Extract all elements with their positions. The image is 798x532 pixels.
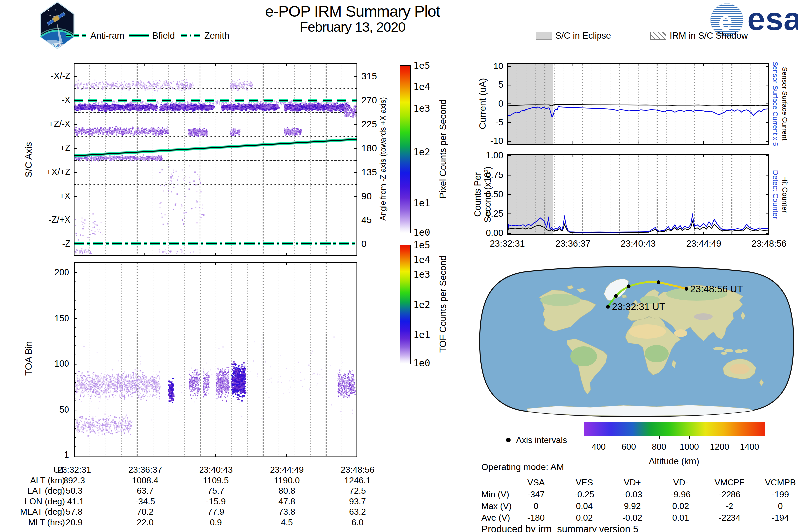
tick-label: -Z [31, 239, 71, 249]
tick-label: 50 [42, 405, 69, 415]
tick-label: 23:32:31 UT [612, 301, 665, 312]
tick-label: 1e1 [413, 198, 430, 209]
footer-cell: 22.0 [110, 517, 180, 528]
eclipse-swatch-icon [536, 32, 552, 40]
tick-label: 150 [42, 313, 69, 324]
operating-mode-label: Operating mode: AM [481, 462, 564, 473]
cassiope-mission-patch-icon: CASSIOPE [39, 1, 76, 50]
voltage-cell: 0.02 [657, 501, 705, 511]
footer-cell: 23:44:49 [251, 465, 322, 475]
sc-axis-spectrogram-plot [74, 63, 358, 256]
page-date: February 13, 2020 [186, 19, 519, 35]
shadow-hatch-swatch-icon [650, 32, 666, 40]
tick-label: 0.25 [472, 209, 504, 219]
toa-bin-ylabel: TOA Bin [23, 341, 34, 376]
tick-label: 23:48:56 [742, 239, 796, 249]
tick-label: +X/+Z [31, 167, 71, 177]
voltage-cell: 0 [512, 501, 560, 511]
voltage-cell: 9.92 [608, 501, 657, 511]
voltage-cell: -2286 [705, 490, 754, 500]
esa-logo-text: esa [747, 1, 798, 37]
axis-intervals-label: Axis intervals [516, 435, 567, 445]
altitude-tick-mark [598, 436, 599, 439]
sensor-current-side-label: Sensor Surface Current [781, 67, 789, 141]
tick-label: 180 [361, 143, 377, 154]
toa-bin-spectrogram-plot [74, 262, 358, 457]
voltage-col-header: VSA [512, 477, 560, 488]
tick-label: 23:40:43 [612, 239, 665, 249]
tick-label: 800 [646, 441, 672, 452]
footer-cell: 93.7 [322, 496, 393, 507]
footer-cell: 4.5 [251, 517, 322, 528]
page-title: e-POP IRM Summary Plot [186, 2, 519, 20]
altitude-tick-mark [750, 436, 750, 439]
tick-label: 23:36:37 [546, 239, 600, 249]
tof-counts-cbar-label: TOF Counts per Second [438, 256, 448, 353]
tick-label: 1200 [706, 441, 733, 452]
tick-label: 1e2 [413, 299, 430, 310]
footer-cell: 75.7 [180, 486, 251, 496]
axis-interval-dot-icon [506, 438, 511, 442]
angle-axis-label: Angle from -Z axis (towards +X axis) [379, 97, 388, 221]
legend-anti-ram-label: Anti-ram [91, 31, 125, 41]
footer-cell: 1008.4 [110, 475, 180, 486]
footer-cell: -15.9 [180, 496, 251, 507]
footer-cell: 63.7 [110, 486, 180, 496]
tick-label: -Z/+X [31, 215, 71, 225]
footer-cell: 50.3 [39, 486, 110, 496]
altitude-tick-mark [659, 436, 660, 439]
footer-cell: 47.8 [251, 496, 322, 507]
tick-label: 1e1 [413, 329, 430, 341]
footer-cell: 57.8 [39, 507, 110, 517]
tick-label: 200 [42, 267, 69, 278]
tick-label: 1000 [676, 441, 703, 452]
voltage-col-header: VD- [657, 477, 705, 488]
footer-cell: 73.8 [251, 507, 322, 517]
tick-label: 1e4 [413, 254, 430, 265]
footer-cell: 1246.1 [322, 475, 393, 486]
tick-label: 1e5 [413, 60, 430, 71]
tick-label: 1e2 [413, 147, 430, 158]
tick-label: -X/-Z [31, 71, 71, 81]
footer-cell: 20.9 [39, 517, 110, 528]
tick-label: 1e4 [413, 81, 430, 92]
tick-label: -X [31, 95, 71, 106]
tick-label: 45 [361, 215, 372, 225]
counts-line-plot [507, 154, 769, 235]
voltage-cell: -0.25 [560, 490, 608, 500]
voltage-col-header: VMCPF [705, 477, 754, 488]
tof-counts-colorbar [400, 245, 411, 364]
tick-label: 135 [361, 167, 377, 177]
voltage-col-header: VES [560, 477, 608, 488]
footer-cell: 70.2 [110, 507, 180, 517]
sensor-current-x5-side-label: Sensor Surface Current x 5 [772, 61, 779, 146]
footer-cell: 80.8 [251, 486, 322, 496]
tick-label: +X [31, 191, 71, 201]
tick-label: 1e3 [413, 103, 430, 114]
summary-plot-page: e-POP IRM Summary Plot February 13, 2020 [0, 0, 798, 532]
voltage-cell: 0 [756, 501, 798, 511]
tick-label: 1e0 [413, 227, 430, 238]
tick-label: 1.00 [472, 150, 504, 160]
tick-label: 0.75 [472, 170, 504, 180]
footer-cell: 0.9 [180, 517, 251, 528]
ground-track-world-map [477, 263, 796, 420]
bfield-legend-line-icon [128, 32, 150, 39]
voltage-cell: -9.96 [657, 490, 705, 500]
voltage-cell: -347 [512, 490, 560, 500]
detect-counter-side-label: Detect Counter [771, 170, 780, 219]
pixel-counts-cbar-label: Pixel Counts per Second [438, 99, 448, 198]
tick-label: 0 [361, 239, 367, 249]
footer-cell: 23:48:56 [322, 465, 393, 475]
voltage-cell: 0.02 [560, 513, 608, 523]
tick-label: 100 [42, 359, 69, 369]
altitude-colorbar [584, 422, 765, 436]
footer-cell: 1190.0 [251, 475, 322, 486]
tick-label: 90 [361, 191, 372, 202]
legend-eclipse-label: S/C in Eclipse [555, 31, 611, 41]
footer-cell: 77.9 [180, 507, 251, 517]
legend-bfield-label: Bfield [152, 31, 175, 41]
tick-label: 0 [472, 99, 504, 109]
zenith-legend-line-icon [180, 32, 202, 39]
tick-label: 10 [472, 61, 504, 72]
